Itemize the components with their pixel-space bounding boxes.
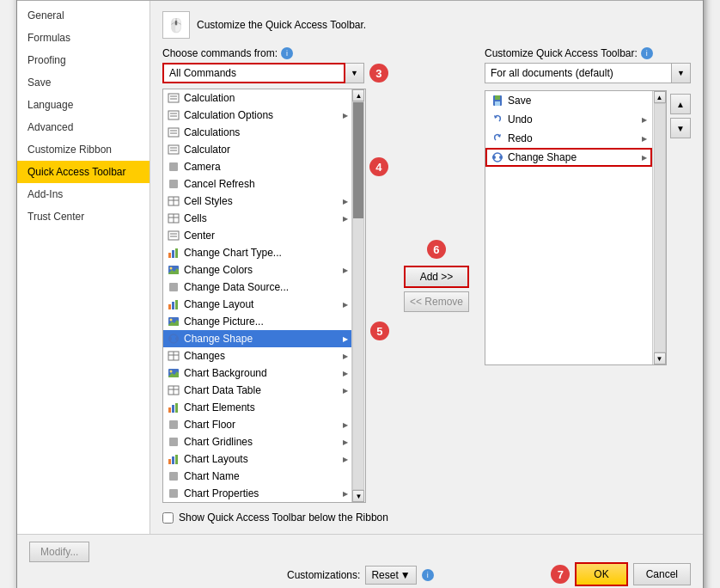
right-item-2[interactable]: Redo▶ [485, 129, 652, 148]
command-item-23[interactable]: Chart Properties▶ [163, 485, 351, 502]
right-arrow-1: ▶ [642, 116, 647, 124]
command-item-0[interactable]: Calculation [163, 89, 351, 107]
command-item-4[interactable]: Camera [163, 158, 351, 175]
commands-list-scroll[interactable]: CalculationCalculation Options▶Calculati… [163, 89, 351, 502]
toolbar-dropdown[interactable] [485, 63, 672, 83]
sidebar-item-customize-ribbon[interactable]: Customize Ribbon [17, 138, 149, 161]
command-arrow-16: ▶ [343, 370, 348, 377]
right-item-3[interactable]: Change Shape▶ [485, 148, 652, 167]
command-arrow-20: ▶ [343, 438, 348, 446]
sidebar-item-language[interactable]: Language [17, 94, 149, 116]
commands-dropdown-arrow[interactable]: ▼ [345, 63, 364, 83]
sidebar-item-proofing[interactable]: Proofing [17, 49, 149, 71]
scroll-up-btn[interactable]: ▲ [352, 89, 364, 101]
modify-button[interactable]: Modify... [29, 542, 89, 562]
svg-rect-46 [172, 405, 174, 413]
reset-button[interactable]: Reset ▼ [365, 566, 416, 585]
right-scrollbar[interactable]: ▲ ▼ [652, 91, 666, 364]
move-down-button[interactable]: ▼ [670, 118, 691, 138]
svg-point-59 [492, 156, 496, 159]
sidebar-item-trust-center[interactable]: Trust Center [17, 205, 149, 228]
move-up-button[interactable]: ▲ [670, 94, 691, 114]
command-item-6[interactable]: Cell Styles▶ [163, 193, 351, 210]
svg-rect-54 [169, 489, 178, 498]
svg-rect-20 [168, 231, 179, 240]
commands-scrollbar[interactable]: ▲ ▼ [351, 89, 365, 502]
command-item-19[interactable]: Chart Floor▶ [163, 416, 351, 433]
command-arrow-21: ▶ [343, 456, 348, 463]
command-item-5[interactable]: Cancel Refresh [163, 175, 351, 193]
sidebar-item-advanced[interactable]: Advanced [17, 116, 149, 138]
customizations-info-icon[interactable]: i [422, 569, 434, 581]
command-item-20[interactable]: Chart Gridlines▶ [163, 433, 351, 450]
sidebar-item-save[interactable]: Save [17, 71, 149, 94]
right-icon-0 [491, 94, 504, 107]
command-label-20: Chart Gridlines [184, 436, 339, 448]
command-item-15[interactable]: Changes▶ [163, 347, 351, 364]
svg-rect-25 [175, 248, 178, 258]
command-arrow-19: ▶ [343, 421, 348, 429]
right-item-1[interactable]: Undo▶ [485, 110, 652, 129]
scroll-track [352, 101, 364, 490]
badge-3: 3 [369, 64, 388, 83]
command-item-16[interactable]: Chart Background▶ [163, 364, 351, 382]
command-item-21[interactable]: Chart Layouts▶ [163, 450, 351, 468]
command-label-3: Calculator [184, 144, 348, 156]
command-item-3[interactable]: Calculator [163, 141, 351, 158]
scroll-down-btn[interactable]: ▼ [352, 490, 364, 502]
command-item-22[interactable]: Chart Name [163, 468, 351, 485]
command-item-14[interactable]: Change Shape▶ [163, 330, 351, 347]
command-item-10[interactable]: Change Colors▶ [163, 261, 351, 279]
excel-options-dialog: Excel Options ? ✕ GeneralFormulasProofin… [16, 0, 704, 588]
command-item-8[interactable]: Center [163, 227, 351, 244]
svg-rect-23 [168, 253, 171, 258]
svg-rect-0 [168, 94, 179, 102]
command-item-11[interactable]: Change Data Source... [163, 279, 351, 296]
reset-dropdown-arrow[interactable]: ▼ [400, 569, 411, 581]
toolbar-dropdown-arrow[interactable]: ▼ [672, 63, 691, 83]
middle-buttons: 6 Add >> << Remove [399, 47, 474, 505]
command-item-1[interactable]: Calculation Options▶ [163, 107, 351, 124]
right-scroll-down[interactable]: ▼ [654, 352, 666, 364]
command-label-19: Chart Floor [184, 419, 339, 431]
command-item-17[interactable]: Chart Data Table▶ [163, 382, 351, 399]
command-icon-17 [167, 383, 180, 397]
sidebar: GeneralFormulasProofingSaveLanguageAdvan… [17, 1, 150, 534]
svg-rect-51 [172, 456, 174, 464]
show-toolbar-checkbox[interactable] [162, 512, 174, 524]
remove-button[interactable]: << Remove [404, 291, 469, 312]
sidebar-item-general[interactable]: General [17, 4, 149, 27]
command-arrow-23: ▶ [343, 490, 348, 498]
sidebar-item-add-ins[interactable]: Add-Ins [17, 183, 149, 205]
section-title-text: Customize the Quick Access Toolbar. [197, 19, 366, 31]
command-arrow-7: ▶ [343, 215, 348, 223]
commands-dropdown[interactable] [162, 63, 345, 83]
command-icon-18 [167, 401, 180, 414]
ok-button[interactable]: OK [575, 562, 627, 586]
cancel-button[interactable]: Cancel [633, 563, 691, 585]
right-panel: Customize Quick Access Toolbar: i ▼ Save… [485, 47, 691, 505]
command-item-18[interactable]: Chart Elements [163, 399, 351, 416]
command-label-18: Chart Elements [184, 401, 348, 413]
command-icon-20 [167, 435, 180, 449]
right-item-0[interactable]: Save [485, 91, 652, 110]
right-icon-2 [491, 132, 504, 145]
command-item-7[interactable]: Cells▶ [163, 210, 351, 227]
command-item-13[interactable]: Change Picture... [163, 313, 351, 330]
sidebar-item-quick-access-toolbar[interactable]: Quick Access Toolbar [17, 161, 149, 183]
right-scroll-track [654, 103, 666, 352]
right-list-items[interactable]: SaveUndo▶Redo▶Change Shape▶ [485, 91, 652, 364]
choose-commands-info-icon[interactable]: i [281, 47, 293, 59]
command-item-12[interactable]: Change Layout▶ [163, 296, 351, 313]
command-item-2[interactable]: Calculations [163, 124, 351, 141]
customize-toolbar-info-icon[interactable]: i [641, 47, 653, 59]
sidebar-item-formulas[interactable]: Formulas [17, 27, 149, 49]
bottom-area: Show Quick Access Toolbar below the Ribb… [162, 505, 691, 524]
command-icon-5 [167, 177, 180, 191]
command-label-2: Calculations [184, 126, 348, 138]
right-scroll-up[interactable]: ▲ [654, 91, 666, 103]
command-label-8: Center [184, 230, 348, 242]
add-button[interactable]: Add >> [404, 266, 469, 288]
command-icon-16 [167, 366, 180, 380]
command-item-9[interactable]: Change Chart Type... [163, 244, 351, 261]
